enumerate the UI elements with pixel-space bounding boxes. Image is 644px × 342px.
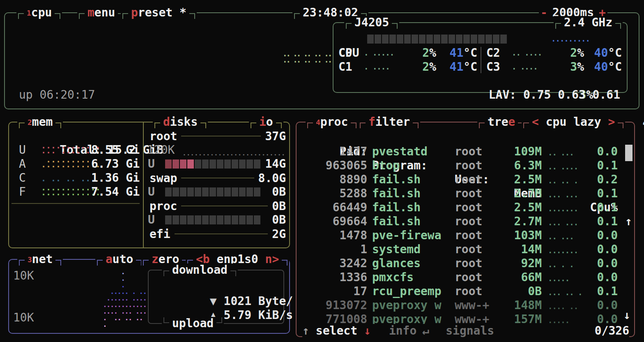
process-row[interactable]: 1477 pvestatd root 109M ·· ··· 0.0 — [301, 145, 625, 159]
cpu-box: 1cpu menu preset * 23:48:02 - 2000ms + u… — [4, 12, 639, 109]
interval-decrease-button[interactable]: - — [540, 7, 547, 19]
disk-used-label: U — [148, 157, 155, 171]
process-row[interactable]: 5288 fail.sh root 2.7M ··· ··· 0.1 — [301, 187, 625, 201]
select-button[interactable]: select — [316, 324, 357, 338]
net-next-button[interactable]: n> — [265, 253, 279, 266]
process-row[interactable]: 8890 fail.sh root 2.5M ·· ·· · 0.2 — [301, 173, 625, 187]
meter-block — [217, 159, 223, 169]
disk-used-meter — [165, 159, 260, 169]
enter-icon: ↵ — [422, 324, 429, 338]
meter-block — [456, 35, 462, 44]
mem-section-divider — [12, 203, 140, 204]
disk-name: proc — [150, 199, 177, 213]
process-pid: 1 — [301, 243, 367, 256]
scroll-down-icon[interactable]: ↓ — [623, 308, 630, 322]
process-row[interactable]: 1478 pve-firewa root 103M ·· ··· 0.0 — [301, 229, 625, 243]
scroll-up-icon[interactable]: ↑ — [625, 215, 632, 229]
process-row[interactable]: 1336 pmxcfs root 66M ····· 0.0 — [301, 270, 625, 284]
meter-block — [493, 35, 499, 44]
process-pid: 3242 — [301, 256, 367, 270]
mem-row: F ························ 7.54 Gi — [18, 185, 140, 199]
cpu-total-row: CPU 3% ········· 41°C — [338, 32, 623, 46]
process-name: fail.sh — [372, 201, 421, 215]
info-button[interactable]: info — [389, 324, 416, 338]
process-pid: 913072 — [301, 298, 367, 312]
disks-toggle[interactable]: disks — [153, 116, 208, 129]
disk-section-header: proc 0B — [150, 199, 286, 213]
process-cpu: 0.0 — [585, 256, 618, 270]
preset-button[interactable]: preset * — [121, 6, 197, 19]
meter-block — [209, 215, 216, 224]
meter-block — [254, 187, 260, 196]
mem-rows: U ··············· ···· ·· 8.55 Gi A ····… — [18, 143, 140, 199]
process-row[interactable]: 17 rcu_preemp root 0B ··· ·· · 0.1 — [301, 284, 625, 298]
proc-filter-button[interactable]: filter — [358, 116, 420, 129]
meter-block — [224, 159, 231, 169]
process-user: root — [455, 201, 482, 215]
cpu-temp-graph: ········· — [551, 34, 590, 48]
disks-section: root 37G 120K ··························… — [143, 122, 291, 247]
meter-block — [254, 159, 260, 169]
disk-header-line — [175, 233, 268, 234]
disk-used-value: 0B — [272, 213, 286, 227]
process-row[interactable]: 66449 fail.sh root 2.5M ······· 0.1 — [301, 201, 625, 215]
tab-net[interactable]: 3net — [17, 253, 63, 266]
core-graph: · ···· — [512, 62, 538, 76]
meter-block — [239, 159, 246, 169]
process-mem: 0B — [494, 284, 542, 298]
process-row[interactable]: 913072 pveproxy w www-+ 148M ···· ·· 0.0 — [301, 298, 625, 312]
meter-block — [165, 187, 172, 196]
sort-prev-button[interactable]: < — [532, 116, 539, 128]
menu-button[interactable]: menu — [77, 6, 125, 19]
meter-block — [389, 35, 396, 44]
proc-tree-toggle[interactable]: tree — [477, 116, 525, 129]
sort-next-button[interactable]: > — [608, 116, 615, 128]
disk-header-line — [181, 206, 268, 206]
process-mem: 148M — [494, 298, 542, 312]
proc-scrollbar[interactable] — [625, 145, 632, 161]
meter-block — [434, 35, 440, 44]
cpu-core-row: C0 · ····· 2% 41°C — [338, 46, 479, 60]
process-row[interactable]: 69664 fail.sh root 2.7M ··· ··· 0.1 — [301, 215, 625, 229]
io-toggle[interactable]: io — [249, 116, 283, 129]
select-up-icon[interactable]: ↑ — [302, 324, 309, 338]
process-name: pveproxy w — [372, 298, 442, 312]
meter-block — [180, 187, 186, 196]
cpu-core-row: C3 · ···· 3% 40°C — [485, 60, 623, 74]
net-graph-row: · ·· ·· ·· — [103, 317, 146, 323]
process-mem: 2.7M — [494, 215, 542, 229]
tab-proc[interactable]: 4proc — [306, 116, 358, 129]
process-name: rcu_preemp — [372, 284, 442, 298]
select-down-icon[interactable]: ↓ — [364, 324, 371, 338]
signals-button[interactable]: signals — [446, 324, 494, 338]
process-cpu: 0.1 — [585, 284, 618, 298]
proc-sort-control: < cpu lazy > — [522, 116, 625, 129]
process-row[interactable]: 1 systemd root 14M ······· 0.0 — [301, 243, 625, 256]
disk-used-row: U 0B — [148, 185, 286, 199]
meter-block — [412, 35, 418, 44]
disk-used-value: 0B — [272, 185, 286, 199]
process-user: root — [455, 173, 482, 187]
tab-cpu[interactable]: 1cpu — [16, 6, 62, 19]
process-mem: 2.5M — [494, 173, 542, 187]
process-mem: 2.7M — [494, 187, 542, 201]
load-average: LAV: 0.75 0.63 0.61 — [390, 74, 620, 88]
process-row[interactable]: 3242 glances root 92M ·· · · 0.0 — [301, 256, 625, 270]
disk-header-line — [181, 136, 261, 136]
core-temp: 40°C — [577, 46, 622, 60]
core-id: C3 — [486, 60, 500, 74]
disk-name: swap — [150, 171, 177, 185]
tab-mem[interactable]: 2mem — [17, 116, 63, 129]
cpu-detail-box: J4205 2.4 GHz CPU 3% ········· 41°C C0 ·… — [333, 22, 628, 93]
meter-block — [246, 187, 253, 196]
meter-block — [471, 35, 477, 44]
mem-row-value: 7.54 Gi — [91, 185, 140, 199]
process-row[interactable]: 963065 btop root 6.3M ·· ···· 0.1 — [301, 159, 625, 173]
process-cpu: 0.1 — [585, 187, 618, 201]
core-graph: · ····· — [364, 48, 394, 62]
meter-block — [441, 35, 448, 44]
cpu-cores-right: C2 ·· ···· 2% 40°C C3 · ···· 3% 40°C — [485, 46, 623, 74]
disk-size: 8.0G — [258, 171, 286, 185]
net-auto-toggle[interactable]: auto — [95, 253, 143, 266]
disk-io-value: 120K — [147, 143, 175, 157]
